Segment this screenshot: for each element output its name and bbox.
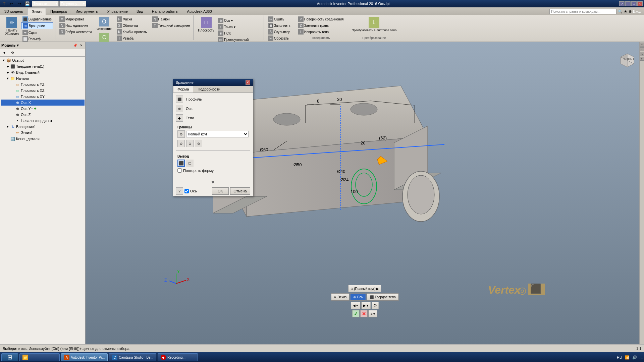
zamenit-gran-button[interactable]: Z Заменить грань	[297, 22, 345, 28]
vyvod-surface-button[interactable]: □	[186, 160, 194, 167]
redo-button[interactable]: ↪	[16, 1, 23, 7]
close-button[interactable]: ✕	[637, 1, 643, 6]
obolochka-button[interactable]: S Оболочка	[115, 22, 150, 28]
otverstie-button[interactable]: O Отверстие	[94, 16, 114, 32]
nasledovanie-button[interactable]: N Наследование	[58, 22, 93, 28]
tree-item-vid[interactable]: ▶ 👁 Вид: Главный	[1, 69, 85, 75]
expand-tverdye[interactable]: ▶	[5, 64, 10, 69]
tree-item-ploskost-xy[interactable]: ▶ ▭ Плоскость XY	[1, 94, 85, 100]
tree-item-konec[interactable]: ▶ 🔚 Конец детали	[1, 136, 85, 142]
tab-eskiz[interactable]: Эскиз	[27, 8, 46, 15]
recording-taskbar-button[interactable]: ● Recording...	[158, 353, 198, 361]
dialog-help-button[interactable]: ?	[176, 187, 183, 195]
tree-item-os-z[interactable]: ▶ ⊕ Ось Z	[1, 112, 85, 118]
settings-icon-btn[interactable]: ⚙	[371, 302, 379, 309]
granicy-select[interactable]: Полный круг	[186, 131, 249, 137]
float-eskiz-button[interactable]: ✏ Эскиз	[331, 293, 350, 301]
faska-button[interactable]: F Фаска	[115, 16, 150, 22]
view-cube[interactable]: FRONT	[614, 45, 641, 72]
search-input[interactable]	[549, 9, 616, 14]
tree-item-vraschenie1[interactable]: ▼ ↻ Вращение1	[1, 124, 85, 130]
os-button[interactable]: ⊕ Ось ▾	[217, 17, 262, 23]
viewport[interactable]: 8 30 (62) Ø60 Ø50 20 Ø40 Ø24 100	[86, 42, 644, 344]
ploskost-button[interactable]: □ Плоскость	[196, 16, 216, 33]
tab-autodesk-360[interactable]: Autodesk A360	[183, 8, 216, 15]
rebro-button[interactable]: R Ребро жесткости	[58, 29, 93, 35]
units-dropdown[interactable]: По умолчу... ▾	[59, 1, 86, 7]
undo-button[interactable]: ↩	[8, 1, 15, 7]
tab-3d-model[interactable]: 3D-модель	[0, 8, 27, 15]
tree-item-nachalo[interactable]: ▼ 📁 Начало	[1, 75, 85, 81]
tree-item-nachalo-koord[interactable]: ▶ • Начало координат	[1, 118, 85, 124]
confirm-ok-button[interactable]: ✓	[352, 310, 360, 317]
arrow-right-dropdown[interactable]: ▶▾	[361, 302, 371, 309]
kombinirovat-button[interactable]: K Комбинировать	[115, 29, 150, 35]
tab-vid[interactable]: Вид	[132, 8, 148, 15]
markirovka-button[interactable]: M Маркировка	[58, 16, 93, 22]
tab-upravlenie[interactable]: Управление	[103, 8, 132, 15]
vraschenie-button[interactable]: ↻ Вращение	[21, 22, 53, 29]
confirm-cancel-button[interactable]: ✕	[360, 310, 368, 317]
assembly-button[interactable]: ⚙	[9, 50, 16, 56]
preobrazovat-v-listovoe-button[interactable]: L Преобразовать в листовое тело	[350, 16, 398, 33]
expand-vraschenie1[interactable]: ▼	[5, 124, 10, 129]
psk-button[interactable]: ⊗ ПСК	[217, 30, 262, 36]
telo-button[interactable]: ◆	[176, 114, 183, 122]
tree-item-tverdye[interactable]: ▶ ⬛ Твердые тела(1)	[1, 63, 85, 69]
search-help-btn[interactable]: ?	[619, 1, 625, 6]
tree-item-eskiz1[interactable]: ▶ ✏ Эскиз1	[1, 130, 85, 136]
inventor-taskbar-button[interactable]: A Autodesk Inventor Pr...	[61, 353, 108, 361]
tab-proverka[interactable]: Проверка	[46, 8, 71, 15]
granicy-btn1[interactable]: ⊙	[177, 140, 185, 147]
tab-instruments[interactable]: Инструменты	[71, 8, 103, 15]
tochka-button[interactable]: • Точка ▾	[217, 24, 262, 30]
panel-pin-button[interactable]: 📌	[72, 43, 78, 48]
save-button[interactable]: 💾	[24, 1, 31, 7]
zoom-in-button[interactable]: +	[640, 43, 644, 47]
home-view-button[interactable]: ⌂	[640, 52, 644, 56]
tree-item-ploskost-xz[interactable]: ▶ ▭ Плоскость XZ	[1, 87, 85, 94]
dialog-tab-forma[interactable]: Форма	[173, 86, 193, 93]
skulptor-button[interactable]: S Скульптор	[267, 29, 292, 35]
ispravit-telo-button[interactable]: I Исправить тело	[297, 29, 345, 35]
tree-item-os-x[interactable]: ▶ ⊕ Ось X	[1, 100, 85, 106]
float-tverdoe-button[interactable]: ⬛ Твердое тело	[367, 293, 399, 301]
granicy-btn3[interactable]: ⊙	[195, 140, 202, 147]
obrezat-button[interactable]: ✂ Обрезать	[267, 35, 292, 41]
zoom-out-button[interactable]: -	[640, 47, 644, 51]
float-os-button[interactable]: ⊕ Ось	[350, 293, 366, 301]
sshit-button[interactable]: ✂ Сшить	[267, 16, 292, 22]
expand-osy-ipt[interactable]: ▼	[1, 58, 6, 63]
profil-button[interactable]: ⬛	[176, 96, 183, 103]
signin-label[interactable]: Вход	[633, 9, 641, 13]
poverhnost-soedineniya-button[interactable]: P Поверхность соединения	[297, 16, 345, 22]
naklon-button[interactable]: N Наклон	[151, 16, 192, 22]
arrow-left-dropdown[interactable]: ◀▾	[351, 302, 360, 309]
dialog-tab-podrobnosti[interactable]: Подробности	[193, 86, 225, 93]
dialog-cancel-button[interactable]: Отмена	[230, 187, 250, 195]
povtorit-checkbox[interactable]	[177, 168, 182, 173]
granicy-btn2[interactable]: ⊙	[186, 140, 194, 147]
confirm-dropdown[interactable]: ≡▾	[368, 310, 377, 317]
tree-item-osy-ipt[interactable]: ▼ 📦 Ось.ipt	[1, 57, 85, 63]
vyvod-solid-button[interactable]: ⬛	[177, 160, 185, 167]
file-explorer-button[interactable]: 📁	[19, 353, 60, 361]
expand-vid[interactable]: ▶	[5, 70, 10, 75]
tab-nachalo-raboty[interactable]: Начало работы	[148, 8, 183, 15]
sdvig-button[interactable]: ➡ Сдвиг	[21, 29, 53, 36]
maximize-button[interactable]: □	[631, 1, 637, 6]
start-sketch-button[interactable]: ✏ Начать2D-эскиз	[3, 16, 20, 37]
granicy-dropdown[interactable]: ⊙ (Полный круг) ▶	[348, 285, 381, 292]
dialog-ok-button[interactable]: OK	[212, 187, 229, 195]
orbit-button[interactable]: ○	[640, 57, 644, 61]
minimize-button[interactable]: ─	[625, 1, 631, 6]
expand-nachalo[interactable]: ▼	[5, 76, 10, 81]
zapolnit-button[interactable]: 🔲 Заполнить	[267, 22, 292, 28]
os-field-button[interactable]: ⊕	[176, 105, 183, 112]
tree-item-ploskost-yz[interactable]: ▶ ▭ Плоскость YZ	[1, 81, 85, 87]
relief-button[interactable]: ⬜ Рельеф	[21, 36, 53, 42]
start-button[interactable]: ⊞	[1, 353, 18, 361]
camtasia-taskbar-button[interactable]: C Camtasia Studio - Be...	[109, 353, 156, 361]
workspace-dropdown[interactable]: Типовые ▾	[32, 1, 59, 7]
vydavlivanie-button[interactable]: ⬛ Выдавливание	[21, 16, 53, 22]
